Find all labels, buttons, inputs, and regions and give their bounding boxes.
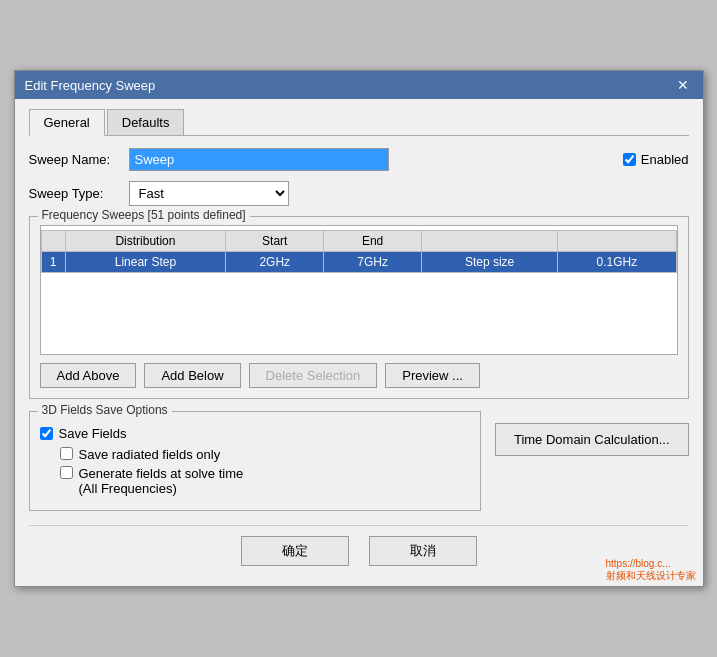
sweep-type-label: Sweep Type: bbox=[29, 186, 129, 201]
col-header-end: End bbox=[324, 231, 422, 252]
ok-button[interactable]: 确定 bbox=[241, 536, 349, 566]
dialog-title: Edit Frequency Sweep bbox=[25, 78, 156, 93]
save-fields-label: Save Fields bbox=[59, 426, 127, 441]
fields-group-title: 3D Fields Save Options bbox=[38, 403, 172, 417]
row-col5: 0.1GHz bbox=[558, 252, 676, 273]
sweep-action-buttons: Add Above Add Below Delete Selection Pre… bbox=[40, 363, 678, 388]
enabled-checkbox[interactable] bbox=[623, 153, 636, 166]
row-num: 1 bbox=[41, 252, 65, 273]
col-header-distribution: Distribution bbox=[65, 231, 226, 252]
tab-defaults[interactable]: Defaults bbox=[107, 109, 185, 135]
enabled-label: Enabled bbox=[641, 152, 689, 167]
bottom-section: 3D Fields Save Options Save Fields Save … bbox=[29, 411, 689, 511]
row-col4: Step size bbox=[421, 252, 557, 273]
row-end: 7GHz bbox=[324, 252, 422, 273]
col-header-num bbox=[41, 231, 65, 252]
frequency-sweeps-title: Frequency Sweeps [51 points defined] bbox=[38, 208, 250, 222]
tab-bar: General Defaults bbox=[29, 109, 689, 136]
col-header-col4 bbox=[421, 231, 557, 252]
tab-general[interactable]: General bbox=[29, 109, 105, 136]
sweep-table: Distribution Start End 1 Linear Step bbox=[41, 230, 677, 273]
close-button[interactable]: ✕ bbox=[673, 77, 693, 93]
cancel-button[interactable]: 取消 bbox=[369, 536, 477, 566]
frequency-sweeps-group: Frequency Sweeps [51 points defined] Dis… bbox=[29, 216, 689, 399]
col-header-col5 bbox=[558, 231, 676, 252]
generate-fields-label: Generate fields at solve time(All Freque… bbox=[79, 466, 244, 496]
add-above-button[interactable]: Add Above bbox=[40, 363, 137, 388]
preview-button[interactable]: Preview ... bbox=[385, 363, 480, 388]
generate-fields-checkbox[interactable] bbox=[60, 466, 73, 479]
time-domain-button[interactable]: Time Domain Calculation... bbox=[495, 423, 689, 456]
table-row[interactable]: 1 Linear Step 2GHz 7GHz Step size 0.1GHz bbox=[41, 252, 676, 273]
sweep-table-wrapper: Distribution Start End 1 Linear Step bbox=[40, 225, 678, 355]
row-distribution: Linear Step bbox=[65, 252, 226, 273]
sweep-name-label: Sweep Name: bbox=[29, 152, 129, 167]
dialog-footer: 确定 取消 bbox=[29, 525, 689, 572]
sweep-name-input[interactable] bbox=[129, 148, 389, 171]
save-radiated-label: Save radiated fields only bbox=[79, 447, 221, 462]
sweep-type-select[interactable]: Fast Discrete Interpolating bbox=[129, 181, 289, 206]
save-fields-checkbox[interactable] bbox=[40, 427, 53, 440]
save-radiated-checkbox[interactable] bbox=[60, 447, 73, 460]
add-below-button[interactable]: Add Below bbox=[144, 363, 240, 388]
row-start: 2GHz bbox=[226, 252, 324, 273]
delete-selection-button[interactable]: Delete Selection bbox=[249, 363, 378, 388]
fields-save-options-group: 3D Fields Save Options Save Fields Save … bbox=[29, 411, 481, 511]
title-bar: Edit Frequency Sweep ✕ bbox=[15, 71, 703, 99]
col-header-start: Start bbox=[226, 231, 324, 252]
